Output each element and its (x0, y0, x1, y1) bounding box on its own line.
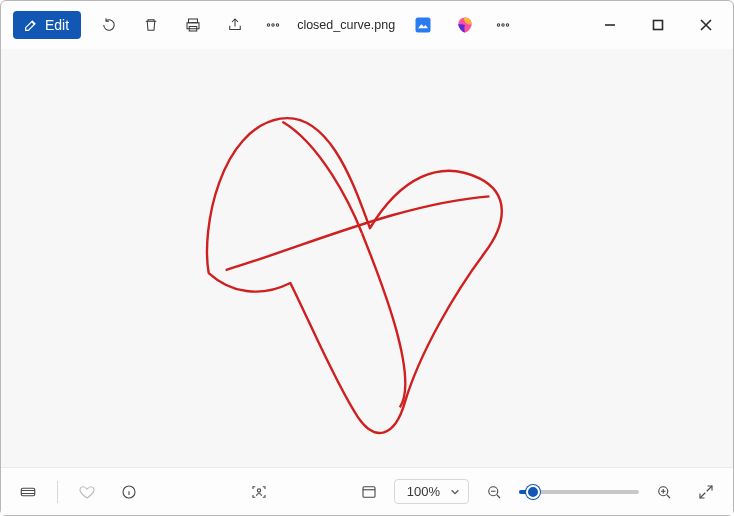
edit-button-label: Edit (45, 17, 69, 33)
zoom-in-icon[interactable] (647, 475, 681, 509)
print-icon[interactable] (173, 5, 213, 45)
fit-to-window-icon[interactable] (352, 475, 386, 509)
film-strip-icon[interactable] (11, 475, 45, 509)
divider (57, 481, 58, 503)
svg-point-8 (502, 24, 504, 26)
filename-label: closed_curve.png (297, 18, 395, 32)
favorite-icon[interactable] (70, 475, 104, 509)
designer-app-icon[interactable] (451, 11, 479, 39)
svg-point-4 (272, 24, 274, 26)
svg-point-7 (497, 24, 499, 26)
window-close-button[interactable] (683, 5, 729, 45)
edit-button[interactable]: Edit (13, 11, 81, 39)
rotate-icon[interactable] (89, 5, 129, 45)
svg-rect-12 (21, 488, 35, 496)
more-icon[interactable] (257, 5, 289, 45)
detect-subject-icon[interactable] (242, 475, 276, 509)
svg-rect-15 (363, 486, 375, 497)
svg-rect-10 (654, 20, 663, 29)
window-maximize-button[interactable] (635, 5, 681, 45)
top-toolbar: Edit closed_curve.png (1, 1, 733, 49)
svg-point-3 (267, 24, 269, 26)
window-minimize-button[interactable] (587, 5, 633, 45)
photos-viewer-window: Edit closed_curve.png (0, 0, 734, 516)
zoom-slider-thumb[interactable] (526, 485, 540, 499)
zoom-slider[interactable] (519, 483, 639, 501)
fullscreen-icon[interactable] (689, 475, 723, 509)
svg-point-9 (506, 24, 508, 26)
svg-point-5 (276, 24, 278, 26)
zoom-level-label: 100% (407, 484, 440, 499)
closed-curve-drawing (1, 49, 733, 467)
image-canvas[interactable] (1, 49, 733, 467)
svg-rect-0 (189, 19, 198, 23)
share-icon[interactable] (215, 5, 255, 45)
zoom-level-select[interactable]: 100% (394, 479, 469, 504)
bottom-toolbar: 100% (1, 467, 733, 515)
info-icon[interactable] (112, 475, 146, 509)
svg-rect-11 (2, 49, 733, 467)
chevron-down-icon (450, 487, 460, 497)
image-edit-app-icon[interactable] (409, 11, 437, 39)
svg-rect-6 (416, 17, 431, 32)
more-icon-2[interactable] (487, 5, 519, 45)
delete-icon[interactable] (131, 5, 171, 45)
zoom-out-icon[interactable] (477, 475, 511, 509)
svg-point-14 (257, 488, 260, 491)
